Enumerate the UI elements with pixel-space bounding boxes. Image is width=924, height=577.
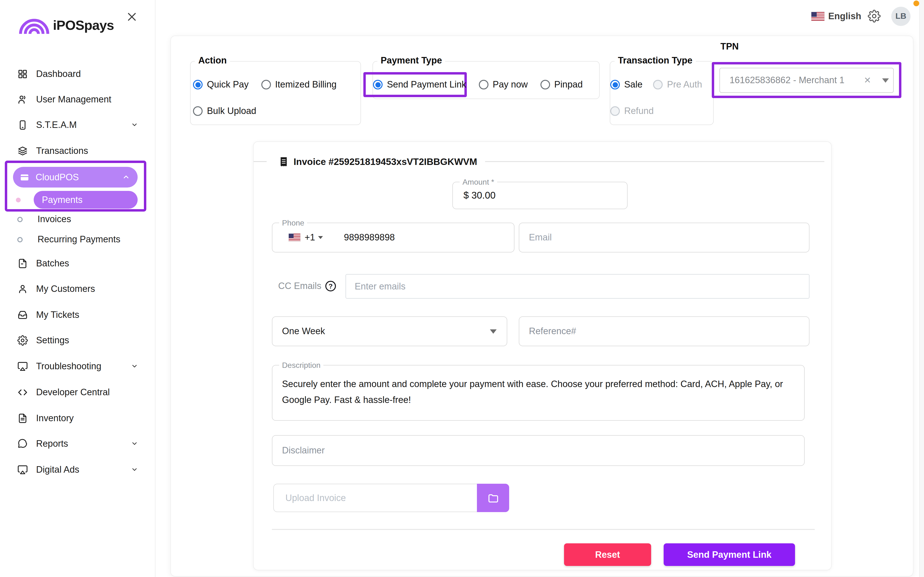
sidebar-item-cloudpos[interactable]: CloudPOS: [13, 167, 137, 187]
code-icon: [17, 387, 28, 398]
brand-logo-icon: [18, 15, 50, 35]
x-clear-icon[interactable]: ✕: [864, 68, 871, 93]
bullet-circle-icon: [17, 237, 23, 242]
radio-icon: [479, 80, 488, 89]
cc-emails-input[interactable]: [346, 274, 809, 298]
radio-pre-auth[interactable]: Pre Auth: [653, 79, 702, 90]
dashboard-icon: [17, 69, 28, 79]
action-legend: Action: [195, 55, 230, 66]
radio-quick-pay[interactable]: Quick Pay: [193, 79, 249, 90]
description-field[interactable]: Description Securely enter the amount an…: [272, 365, 804, 421]
sidebar-item-recurring-payments[interactable]: Recurring Payments: [17, 229, 142, 250]
radio-refund[interactable]: Refund: [610, 106, 654, 116]
gear-icon[interactable]: [868, 10, 881, 23]
sidebar-item-batches[interactable]: Batches: [17, 253, 148, 274]
receipt-icon: [280, 157, 287, 166]
reset-button[interactable]: Reset: [564, 543, 651, 566]
sidebar-item-label: Reports: [36, 438, 68, 449]
screen-icon: [17, 361, 28, 372]
dial-code[interactable]: +1: [305, 232, 315, 243]
sidebar-item-invoices[interactable]: Invoices: [17, 209, 142, 230]
file-text-icon: [17, 413, 28, 424]
sidebar-item-label: Troubleshooting: [36, 361, 101, 372]
scrollbar-track[interactable]: [919, 0, 924, 577]
sidebar-item-label: Dashboard: [36, 69, 81, 79]
radio-itemized-billing[interactable]: Itemized Billing: [261, 79, 337, 90]
caret-down-icon[interactable]: [490, 329, 497, 334]
screen-icon: [17, 464, 28, 475]
users-icon: [17, 94, 28, 105]
close-icon[interactable]: [126, 11, 139, 23]
description-text: Securely enter the amount and complete y…: [272, 366, 804, 408]
sidebar-item-label: Transactions: [36, 146, 88, 156]
caret-down-icon[interactable]: [318, 236, 323, 239]
chevron-down-icon: [131, 363, 138, 370]
send-payment-link-button[interactable]: Send Payment Link: [664, 543, 795, 566]
email-field[interactable]: [519, 222, 809, 253]
sidebar-item-my-tickets[interactable]: My Tickets: [17, 305, 148, 326]
cc-emails-label: CC Emails: [278, 281, 321, 292]
chevron-down-icon: [131, 121, 138, 128]
radio-icon: [653, 80, 663, 89]
chevron-down-icon: [131, 466, 138, 473]
upload-invoice-input[interactable]: [273, 484, 478, 512]
payment-type-legend: Payment Type: [377, 55, 446, 66]
sidebar-item-label: Developer Central: [36, 387, 110, 398]
radio-sale[interactable]: Sale: [610, 79, 643, 90]
radio-icon: [261, 80, 271, 89]
active-bullet-dot: [16, 198, 21, 202]
radio-icon: [373, 80, 383, 89]
sidebar-item-label: Inventory: [36, 413, 74, 424]
radio-send-payment-link[interactable]: Send Payment Link: [373, 79, 466, 90]
disclaimer-input[interactable]: [272, 435, 804, 466]
sidebar-item-inventory[interactable]: Inventory: [17, 408, 148, 429]
sidebar-item-transactions[interactable]: Transactions: [17, 140, 148, 161]
expiry-select[interactable]: One Week: [272, 316, 507, 346]
sidebar-item-digital-ads[interactable]: Digital Ads: [17, 459, 148, 480]
invoice-title: Invoice #259251819453xsVT2IBBGKWVM: [294, 156, 477, 167]
invoice-header: Invoice #259251819453xsVT2IBBGKWVM: [254, 156, 824, 167]
sidebar-item-developer-central[interactable]: Developer Central: [17, 382, 148, 403]
us-flag-icon[interactable]: [289, 234, 300, 242]
gear-icon: [17, 335, 28, 346]
sidebar-item-steam[interactable]: S.T.E.A.M: [17, 114, 148, 135]
sidebar-item-troubleshooting[interactable]: Troubleshooting: [17, 356, 148, 377]
sidebar-item-user-management[interactable]: User Management: [17, 89, 148, 110]
radio-icon: [193, 80, 203, 89]
notification-dot: [913, 0, 919, 6]
sidebar-item-payments[interactable]: Payments: [34, 191, 137, 209]
chat-icon: [17, 438, 28, 449]
radio-icon: [610, 80, 620, 89]
sidebar-item-label: My Tickets: [36, 309, 79, 320]
phone-field: Phone +1: [272, 222, 514, 253]
sidebar-item-reports[interactable]: Reports: [17, 433, 148, 455]
reference-input[interactable]: [519, 316, 809, 346]
brand-name: iPOSpays: [53, 16, 114, 35]
sidebar-item-settings[interactable]: Settings: [17, 330, 148, 351]
amount-field: Amount *: [452, 182, 628, 209]
amount-input[interactable]: [453, 182, 627, 209]
question-circle-icon[interactable]: ?: [325, 281, 336, 292]
radio-icon: [610, 106, 620, 116]
sidebar-item-label: Digital Ads: [36, 464, 79, 475]
radio-icon: [540, 80, 550, 89]
language-selector[interactable]: English: [828, 11, 861, 22]
radio-icon: [193, 106, 203, 116]
radio-pay-now[interactable]: Pay now: [479, 79, 528, 90]
sidebar-item-label: Payments: [42, 195, 82, 205]
sidebar-item-my-customers[interactable]: My Customers: [17, 279, 148, 300]
sidebar-item-dashboard[interactable]: Dashboard: [17, 63, 148, 85]
radio-pinpad[interactable]: Pinpad: [540, 79, 583, 90]
caret-down-icon[interactable]: [882, 78, 889, 83]
inbox-icon: [17, 309, 28, 320]
upload-invoice-button[interactable]: [477, 484, 509, 512]
bullet-circle-icon: [17, 217, 23, 222]
layers-icon: [17, 146, 28, 156]
radio-bulk-upload[interactable]: Bulk Upload: [193, 106, 256, 116]
avatar[interactable]: LB: [891, 7, 911, 26]
sidebar-item-label: S.T.E.A.M: [36, 120, 77, 130]
sidebar-item-label: Invoices: [37, 214, 71, 224]
phone-input[interactable]: [344, 232, 478, 243]
sidebar-item-label: CloudPOS: [36, 172, 79, 182]
phone-label: Phone: [279, 219, 307, 227]
